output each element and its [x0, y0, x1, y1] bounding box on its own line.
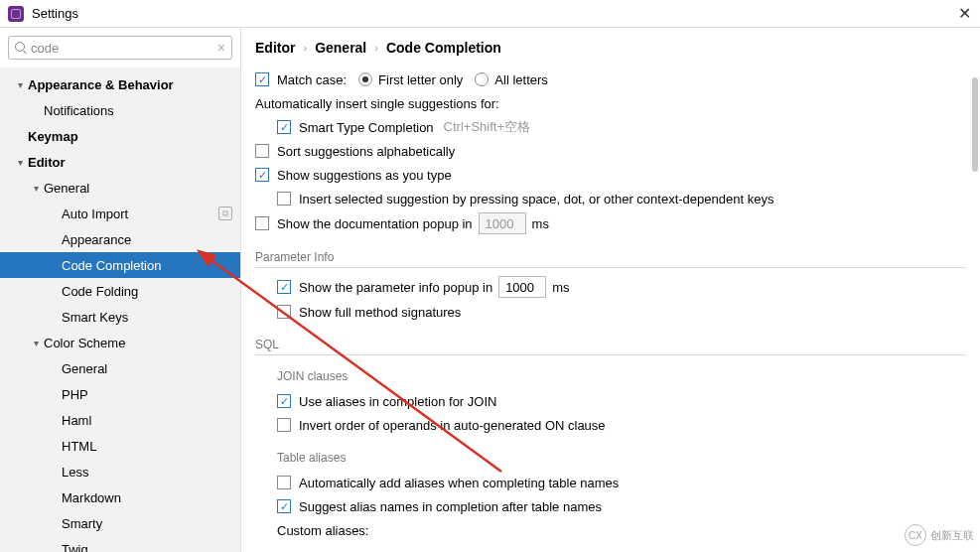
settings-tree: ▾Appearance & Behavior Notifications Key… [0, 68, 240, 552]
show-as-type-label: Show suggestions as you type [277, 168, 452, 183]
clear-search-icon[interactable]: × [217, 40, 225, 56]
match-case-label: Match case: [277, 72, 347, 87]
watermark-text: 创新互联 [930, 528, 974, 543]
tree-smart-keys[interactable]: Smart Keys [0, 304, 240, 330]
show-as-type-checkbox[interactable] [255, 168, 269, 182]
join-clauses-label: JOIN clauses [255, 369, 966, 383]
tree-less[interactable]: Less [0, 459, 240, 484]
smart-type-label: Smart Type Completion [299, 120, 434, 135]
insert-selected-checkbox[interactable] [277, 192, 291, 206]
scrollbar-thumb[interactable] [972, 77, 978, 172]
show-doc-label: Show the documentation popup in [277, 216, 473, 231]
ms-label: ms [532, 216, 549, 231]
chevron-right-icon: › [303, 42, 307, 54]
tree-appearance-behavior[interactable]: ▾Appearance & Behavior [0, 71, 240, 97]
window-title: Settings [32, 6, 78, 21]
section-sql: SQL [255, 338, 966, 355]
param-popup-label: Show the parameter info popup in [299, 280, 492, 295]
watermark-icon: CX [905, 524, 926, 546]
copy-icon: ⧉ [218, 207, 232, 220]
auto-aliases-checkbox[interactable] [277, 476, 291, 489]
tree-cs-general[interactable]: General [0, 355, 240, 381]
param-popup-input[interactable] [498, 276, 546, 298]
search-box[interactable]: × [8, 36, 232, 60]
sort-alpha-checkbox[interactable] [255, 144, 269, 158]
ms-label: ms [552, 280, 569, 295]
table-aliases-label: Table aliases [255, 451, 966, 465]
tree-editor[interactable]: ▾Editor [0, 149, 240, 175]
close-icon[interactable]: ✕ [956, 6, 972, 22]
tree-code-folding[interactable]: Code Folding [0, 278, 240, 304]
tree-markdown[interactable]: Markdown [0, 484, 240, 510]
tree-smarty[interactable]: Smarty [0, 510, 240, 536]
tree-keymap[interactable]: Keymap [0, 123, 240, 149]
breadcrumb-code-completion: Code Completion [386, 40, 501, 56]
first-letter-radio[interactable] [358, 72, 372, 86]
sort-alpha-label: Sort suggestions alphabetically [277, 144, 455, 159]
tree-html[interactable]: HTML [0, 433, 240, 459]
first-letter-label: First letter only [378, 72, 463, 87]
tree-code-completion[interactable]: Code Completion [0, 252, 240, 278]
tree-php[interactable]: PHP [0, 381, 240, 407]
chevron-down-icon: ▾ [28, 338, 44, 348]
breadcrumb-general[interactable]: General [315, 40, 366, 56]
invert-order-checkbox[interactable] [277, 418, 291, 432]
insert-selected-label: Insert selected suggestion by pressing s… [299, 192, 773, 207]
param-popup-checkbox[interactable] [277, 280, 291, 294]
content-panel: Editor › General › Code Completion Match… [241, 28, 980, 552]
suggest-aliases-checkbox[interactable] [277, 499, 291, 513]
chevron-down-icon: ▾ [28, 183, 44, 194]
sidebar: × ▾Appearance & Behavior Notifications K… [0, 28, 241, 552]
smart-type-hint: Ctrl+Shift+空格 [444, 118, 530, 136]
auto-aliases-label: Automatically add aliases when completin… [299, 476, 619, 490]
breadcrumb-editor[interactable]: Editor [255, 40, 295, 56]
chevron-down-icon: ▾ [12, 79, 28, 90]
suggest-aliases-label: Suggest alias names in completion after … [299, 499, 602, 514]
tree-twig[interactable]: Twig [0, 536, 240, 552]
tree-general[interactable]: ▾General [0, 175, 240, 201]
tree-color-scheme[interactable]: ▾Color Scheme [0, 330, 240, 355]
search-icon [15, 42, 27, 54]
invert-order-label: Invert order of operands in auto-generat… [299, 418, 606, 433]
show-doc-checkbox[interactable] [255, 216, 269, 230]
use-aliases-checkbox[interactable] [277, 394, 291, 408]
chevron-right-icon: › [374, 42, 378, 54]
tree-auto-import[interactable]: Auto Import⧉ [0, 201, 240, 226]
all-letters-label: All letters [494, 72, 547, 87]
smart-type-checkbox[interactable] [277, 120, 291, 134]
tree-appearance[interactable]: Appearance [0, 226, 240, 252]
tree-notifications[interactable]: Notifications [0, 97, 240, 123]
tree-haml[interactable]: Haml [0, 407, 240, 433]
show-doc-input[interactable] [479, 212, 526, 234]
breadcrumb: Editor › General › Code Completion [241, 28, 980, 68]
titlebar: Settings ✕ [0, 0, 980, 28]
app-icon [8, 6, 24, 22]
section-parameter-info: Parameter Info [255, 250, 966, 268]
custom-aliases-label: Custom aliases: [277, 523, 368, 538]
chevron-down-icon: ▾ [12, 157, 28, 168]
match-case-checkbox[interactable] [255, 72, 269, 86]
settings-scroll[interactable]: Match case: First letter only All letter… [241, 68, 980, 552]
full-sig-checkbox[interactable] [277, 305, 291, 319]
full-sig-label: Show full method signatures [299, 305, 461, 320]
all-letters-radio[interactable] [475, 72, 489, 86]
use-aliases-label: Use aliases in completion for JOIN [299, 394, 496, 409]
watermark: CX 创新互联 [905, 524, 974, 546]
auto-insert-label: Automatically insert single suggestions … [255, 96, 499, 111]
search-input[interactable] [31, 41, 217, 56]
